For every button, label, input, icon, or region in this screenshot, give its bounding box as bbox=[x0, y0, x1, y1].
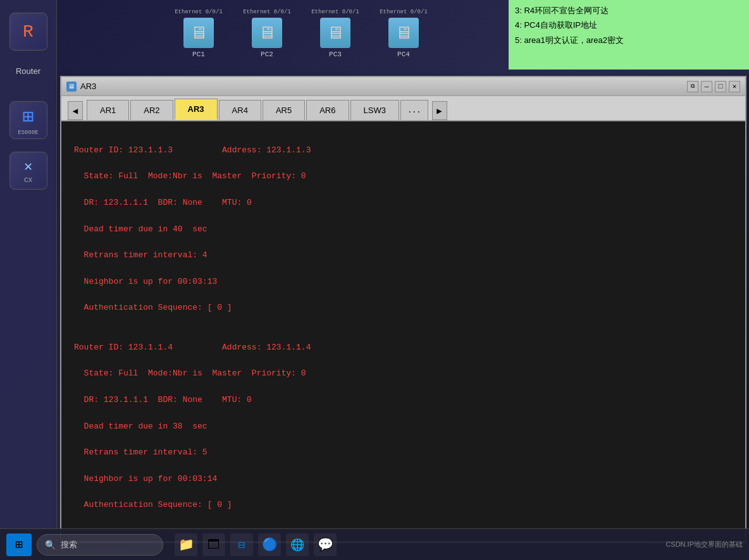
block2-retrans: Retrans timer interval: 5 bbox=[74, 446, 733, 460]
sidebar-switch-e5000[interactable]: ⊞ E5000E bbox=[9, 101, 47, 139]
close-button[interactable]: ✕ bbox=[729, 81, 740, 92]
pc1-label: PC1 bbox=[192, 51, 205, 58]
block2-auth: Authentication Sequence: [ 0 ] bbox=[74, 499, 733, 512]
block1-state: State: Full Mode:Nbr is Master Priority:… bbox=[74, 170, 733, 183]
desktop: 🖥 Ethernet 0/0/1 PC1 🖥 Ethernet 0/0/1 PC… bbox=[0, 0, 749, 560]
pc1-icon[interactable]: 🖥 Ethernet 0/0/1 PC1 bbox=[183, 18, 214, 58]
block1-router-id: Router ID: 123.1.1.3 Address: 123.1.1.3 bbox=[74, 144, 733, 157]
window-title-text: AR3 bbox=[80, 82, 96, 91]
file-explorer-icon: 📁 bbox=[178, 537, 194, 552]
pc4-image: 🖥 Ethernet 0/0/1 bbox=[388, 18, 419, 48]
sidebar-cx[interactable]: ✕ CX bbox=[9, 152, 47, 190]
block1-dr: DR: 123.1.1.1 BDR: None MTU: 0 bbox=[74, 197, 733, 210]
taskbar-store[interactable]: ⊟ bbox=[230, 533, 253, 556]
pc2-label: PC2 bbox=[261, 51, 273, 58]
tab-next-button[interactable]: ▶ bbox=[432, 101, 447, 120]
terminal-content[interactable]: Router ID: 123.1.1.3 Address: 123.1.1.3 … bbox=[61, 121, 745, 541]
start-button[interactable]: ⊞ bbox=[6, 533, 32, 556]
tab-ar5[interactable]: AR5 bbox=[263, 100, 305, 120]
block2-state: State: Full Mode:Nbr is Master Priority:… bbox=[74, 367, 733, 380]
block2-router-id: Router ID: 123.1.1.4 Address: 123.1.1.4 bbox=[74, 341, 733, 355]
pc3-image: 🖥 Ethernet 0/0/1 bbox=[320, 18, 350, 48]
pc3-icon[interactable]: 🖥 Ethernet 0/0/1 PC3 bbox=[320, 18, 350, 58]
pc3-label: PC3 bbox=[329, 51, 342, 58]
search-icon: 🔍 bbox=[45, 540, 56, 550]
tab-ar4[interactable]: AR4 bbox=[219, 100, 261, 120]
pc4-label: PC4 bbox=[397, 51, 410, 58]
browser-blue-icon: 🔵 bbox=[262, 537, 278, 552]
browser-edge-icon: 🌐 bbox=[290, 538, 304, 552]
tab-lsw3[interactable]: LSW3 bbox=[350, 100, 399, 120]
pc1-image: 🖥 Ethernet 0/0/1 bbox=[183, 18, 214, 48]
task-notes: 3: R4环回不宣告全网可达 4: PC4自动获取IP地址 5: area1明文… bbox=[509, 0, 749, 70]
cx-label: CX bbox=[24, 176, 32, 184]
window-title-icon: 🖥 bbox=[66, 82, 77, 92]
block1-neighbor-up: Neighbor is up for 00:03:13 bbox=[74, 276, 733, 289]
taskview-icon: 🗖 bbox=[207, 537, 220, 552]
ar3-window: 🖥 AR3 ⧉ — □ ✕ ◀ AR1 AR2 AR3 AR4 AR5 AR6 … bbox=[60, 76, 746, 544]
block1-auth: Authentication Sequence: [ 0 ] bbox=[74, 301, 733, 315]
taskbar-browser-edge[interactable]: 🌐 bbox=[286, 533, 309, 556]
cx-icon: ✕ bbox=[24, 158, 32, 175]
search-bar[interactable]: 🔍 搜索 bbox=[37, 534, 163, 556]
taskbar-chat[interactable]: 💬 bbox=[314, 533, 337, 556]
taskbar: ⊞ 🔍 搜索 📁 🗖 ⊟ 🔵 🌐 💬 bbox=[0, 528, 749, 560]
window-controls: ⧉ — □ ✕ bbox=[687, 81, 740, 92]
tab-ar3[interactable]: AR3 bbox=[175, 99, 218, 120]
pc4-icon[interactable]: 🖥 Ethernet 0/0/1 PC4 bbox=[388, 18, 419, 58]
search-label: 搜索 bbox=[61, 539, 77, 551]
block1-retrans: Retrans timer interval: 4 bbox=[74, 249, 733, 262]
task-line-1: 3: R4环回不宣告全网可达 bbox=[515, 3, 743, 18]
pc2-image: 🖥 Ethernet 0/0/1 bbox=[252, 18, 282, 48]
tab-bar: ◀ AR1 AR2 AR3 AR4 AR5 AR6 LSW3 ... ▶ bbox=[61, 96, 745, 121]
pc2-icon[interactable]: 🖥 Ethernet 0/0/1 PC2 bbox=[252, 18, 282, 58]
taskbar-file-explorer[interactable]: 📁 bbox=[175, 533, 197, 556]
taskbar-browser-blue[interactable]: 🔵 bbox=[258, 533, 281, 556]
store-icon: ⊟ bbox=[238, 538, 245, 552]
start-icon: ⊞ bbox=[15, 537, 23, 552]
taskbar-icon-group: 📁 🗖 ⊟ 🔵 🌐 💬 bbox=[175, 533, 337, 556]
minimize-button[interactable]: — bbox=[701, 81, 712, 92]
router-r-icon: R bbox=[23, 22, 34, 42]
left-sidebar: R Router ⊞ E5000E ✕ CX AR2240 bbox=[0, 0, 57, 556]
taskbar-right-area: CSDN.IP地交界面的基础 bbox=[665, 540, 743, 549]
block1-dead-timer: Dead timer due in 40 sec bbox=[74, 223, 733, 236]
sidebar-router-label: Router bbox=[16, 66, 40, 76]
block2-neighbor-up: Neighbor is up for 00:03:14 bbox=[74, 473, 733, 486]
taskbar-taskview[interactable]: 🗖 bbox=[202, 533, 225, 556]
tab-prev-button[interactable]: ◀ bbox=[68, 101, 83, 120]
taskbar-right-text: CSDN.IP地交界面的基础 bbox=[665, 540, 743, 549]
block2-dr: DR: 123.1.1.1 BDR: None MTU: 0 bbox=[74, 394, 733, 407]
window-title-group: 🖥 AR3 bbox=[66, 82, 96, 92]
tab-ar6[interactable]: AR6 bbox=[306, 100, 349, 120]
task-line-2: 4: PC4自动获取IP地址 bbox=[515, 18, 743, 32]
tab-ar1[interactable]: AR1 bbox=[87, 100, 129, 120]
switch-e5000-label: E5000E bbox=[18, 130, 38, 136]
chat-icon: 💬 bbox=[318, 537, 333, 552]
maximize-button[interactable]: □ bbox=[715, 81, 726, 92]
task-line-3: 5: area1明文认证，area2密文 bbox=[515, 33, 743, 47]
window-titlebar: 🖥 AR3 ⧉ — □ ✕ bbox=[61, 77, 745, 96]
sidebar-router-r[interactable]: R bbox=[9, 13, 47, 51]
switch-e5000-icon: ⊞ bbox=[22, 105, 34, 128]
block2-dead-timer: Dead timer due in 38 sec bbox=[74, 420, 733, 434]
tab-more-button[interactable]: ... bbox=[400, 100, 428, 120]
tab-ar2[interactable]: AR2 bbox=[130, 100, 173, 120]
resize-button[interactable]: ⧉ bbox=[687, 81, 698, 92]
topology-bar: 🖥 Ethernet 0/0/1 PC1 🖥 Ethernet 0/0/1 PC… bbox=[0, 0, 749, 76]
